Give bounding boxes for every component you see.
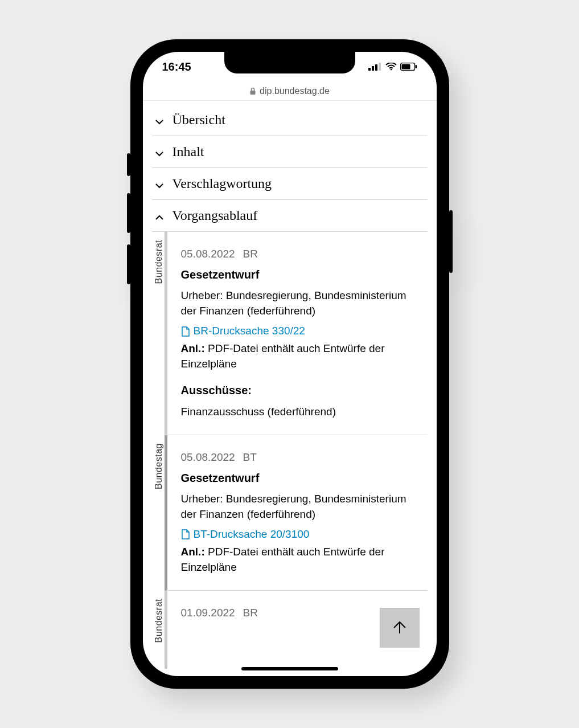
timeline-entry: Bundestag 05.08.2022BT Gesetzentwurf Urh… (165, 435, 428, 591)
entry-chamber: BR (243, 607, 258, 619)
accordion-label: Verschlagwortung (173, 176, 272, 191)
home-indicator[interactable] (241, 667, 338, 670)
page-content[interactable]: Übersicht Inhalt Verschlagwortung Vorgan… (143, 101, 437, 676)
annex-label: Anl.: (181, 342, 205, 354)
chevron-down-icon (154, 147, 165, 157)
entry-title: Gesetzentwurf (181, 267, 422, 283)
svg-rect-2 (375, 64, 377, 71)
accordion-item-vorgangsablauf[interactable]: Vorgangsablauf (152, 200, 428, 232)
document-link[interactable]: BR-Drucksache 330/22 (181, 324, 422, 339)
entry-chamber: BT (243, 451, 257, 463)
chevron-down-icon (154, 179, 165, 189)
entry-date: 01.09.2022 (181, 607, 235, 619)
url-host: dip.bundestag.de (260, 86, 330, 96)
entry-meta: 05.08.2022BT (181, 450, 422, 465)
accordion-item-inhalt[interactable]: Inhalt (152, 136, 428, 168)
entry-date: 05.08.2022 (181, 248, 235, 260)
phone-frame: 16:45 (130, 39, 449, 689)
entry-chamber: BR (243, 248, 258, 260)
side-button-power (449, 210, 453, 273)
entry-title: Gesetzentwurf (181, 470, 422, 486)
cell-signal-icon (368, 63, 382, 71)
entry-annex: Anl.: PDF-Datei enthält auch Entwürfe de… (181, 545, 422, 575)
status-icons (368, 63, 417, 71)
chevron-down-icon (154, 115, 165, 125)
url-bar[interactable]: dip.bundestag.de (143, 81, 437, 101)
committees-text: Finanzausschuss (federführend) (181, 404, 422, 420)
entry-date: 05.08.2022 (181, 451, 235, 463)
timeline: Bundesrat 05.08.2022BR Gesetzentwurf Urh… (152, 232, 428, 669)
svg-point-4 (390, 69, 392, 71)
accordion-label: Übersicht (173, 112, 225, 128)
entry-meta: 05.08.2022BR (181, 247, 422, 262)
accordion-label: Vorgangsablauf (173, 208, 258, 223)
battery-icon (400, 63, 417, 71)
svg-rect-3 (379, 63, 381, 71)
chevron-up-icon (154, 211, 165, 221)
scroll-to-top-button[interactable] (380, 608, 420, 648)
document-link[interactable]: BT-Drucksache 20/3100 (181, 527, 422, 542)
svg-rect-6 (415, 65, 417, 68)
svg-rect-1 (372, 66, 374, 71)
annex-text: PDF-Datei enthält auch Entwürfe der Einz… (181, 342, 385, 370)
side-button-vol-down (127, 244, 130, 284)
wifi-icon (385, 63, 397, 71)
accordion-label: Inhalt (173, 144, 204, 159)
entry-author: Urheber: Bundesregierung, Bundesminister… (181, 492, 422, 522)
document-link-text: BT-Drucksache 20/3100 (194, 527, 310, 542)
svg-rect-0 (368, 68, 371, 71)
entry-author: Urheber: Bundesregierung, Bundesminister… (181, 288, 422, 319)
timeline-entry: Bundesrat 05.08.2022BR Gesetzentwurf Urh… (165, 232, 428, 435)
svg-rect-8 (251, 91, 256, 95)
entry-annex: Anl.: PDF-Datei enthält auch Entwürfe de… (181, 341, 422, 372)
svg-rect-7 (401, 64, 410, 69)
side-button-silence (127, 153, 130, 176)
committees-heading: Ausschüsse: (181, 382, 422, 398)
status-time: 16:45 (162, 60, 191, 73)
phone-notch (224, 52, 355, 73)
entry-chamber-label: Bundesrat (153, 240, 166, 284)
side-button-vol-up (127, 193, 130, 233)
accordion-item-uebersicht[interactable]: Übersicht (152, 101, 428, 136)
annex-text: PDF-Datei enthält auch Entwürfe der Einz… (181, 546, 385, 573)
annex-label: Anl.: (181, 546, 205, 558)
document-link-text: BR-Drucksache 330/22 (194, 324, 305, 339)
lock-icon (249, 87, 256, 95)
phone-screen: 16:45 (143, 52, 437, 676)
entry-chamber-label: Bundestag (153, 443, 166, 489)
accordion-item-verschlagwortung[interactable]: Verschlagwortung (152, 168, 428, 200)
document-icon (181, 326, 190, 337)
arrow-up-icon (391, 619, 409, 637)
entry-chamber-label: Bundesrat (153, 599, 166, 643)
document-icon (181, 529, 190, 539)
